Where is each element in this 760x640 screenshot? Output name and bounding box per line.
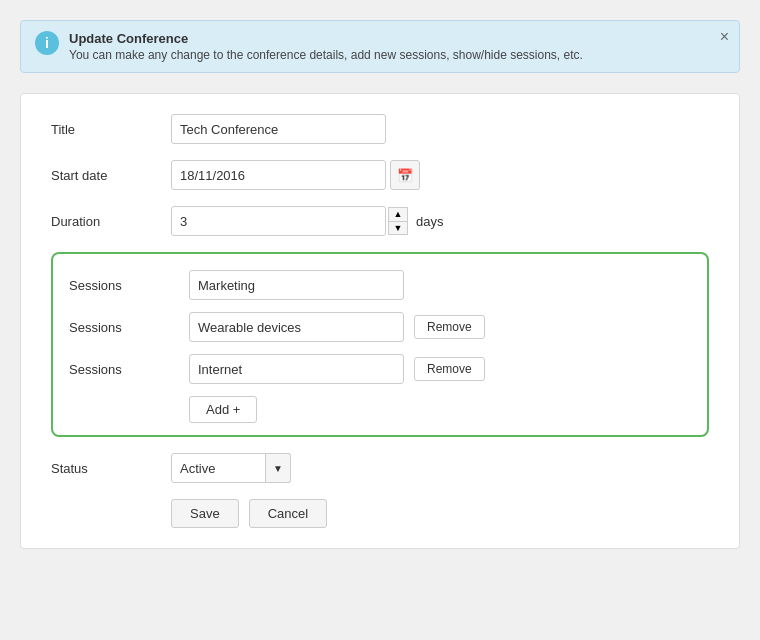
banner-description: You can make any change to the conferenc…	[69, 48, 583, 62]
session-input-3[interactable]	[189, 354, 404, 384]
info-icon: i	[35, 31, 59, 55]
title-row: Title	[51, 114, 709, 144]
status-row: Status Active Inactive Pending ▼	[51, 453, 709, 483]
title-label: Title	[51, 122, 171, 137]
remove-session-2-button[interactable]: Remove	[414, 315, 485, 339]
start-date-input[interactable]	[171, 160, 386, 190]
session-label-3: Sessions	[69, 362, 189, 377]
duration-row: Duration ▲ ▼ days	[51, 206, 709, 236]
save-button[interactable]: Save	[171, 499, 239, 528]
duration-label: Duration	[51, 214, 171, 229]
session-input-1[interactable]	[189, 270, 404, 300]
sessions-box: Sessions Sessions Remove Sessions Remove…	[51, 252, 709, 437]
calendar-button[interactable]: 📅	[390, 160, 420, 190]
duration-spinner: ▲ ▼	[388, 207, 408, 235]
duration-input[interactable]	[171, 206, 386, 236]
close-banner-button[interactable]: ×	[720, 29, 729, 45]
duration-increment-button[interactable]: ▲	[388, 207, 408, 221]
info-banner: i Update Conference You can make any cha…	[20, 20, 740, 73]
session-row-3: Sessions Remove	[69, 354, 691, 384]
action-buttons-row: Save Cancel	[51, 499, 709, 528]
status-select[interactable]: Active Inactive Pending	[171, 453, 291, 483]
calendar-icon: 📅	[397, 168, 413, 183]
page-wrapper: i Update Conference You can make any cha…	[10, 10, 750, 559]
session-row-1: Sessions	[69, 270, 691, 300]
session-row-2: Sessions Remove	[69, 312, 691, 342]
days-label: days	[416, 214, 443, 229]
info-text: Update Conference You can make any chang…	[69, 31, 583, 62]
remove-session-3-button[interactable]: Remove	[414, 357, 485, 381]
start-date-row: Start date 📅	[51, 160, 709, 190]
session-label-2: Sessions	[69, 320, 189, 335]
session-input-2[interactable]	[189, 312, 404, 342]
cancel-button[interactable]: Cancel	[249, 499, 327, 528]
banner-title: Update Conference	[69, 31, 583, 46]
status-select-wrap: Active Inactive Pending ▼	[171, 453, 291, 483]
duration-decrement-button[interactable]: ▼	[388, 221, 408, 235]
form-area: Title Start date 📅 Duration ▲ ▼ day	[20, 93, 740, 549]
title-input[interactable]	[171, 114, 386, 144]
add-session-button[interactable]: Add +	[189, 396, 257, 423]
session-label-1: Sessions	[69, 278, 189, 293]
duration-input-wrap: ▲ ▼ days	[171, 206, 443, 236]
start-date-label: Start date	[51, 168, 171, 183]
status-label: Status	[51, 461, 171, 476]
date-input-wrap: 📅	[171, 160, 420, 190]
